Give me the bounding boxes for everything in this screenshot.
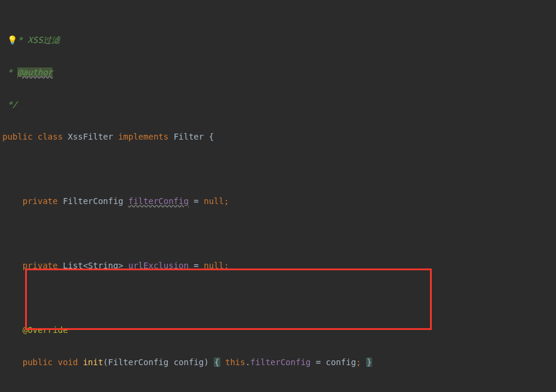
javadoc-author-tag: @author — [17, 67, 53, 77]
code-line — [2, 290, 556, 306]
method-init: init — [83, 357, 103, 367]
brace-highlight: { — [214, 357, 220, 367]
field-urlexclusion: urlExclusion — [128, 261, 189, 270]
annotation-override: @Override — [23, 325, 68, 335]
brace-highlight: } — [366, 357, 372, 367]
field-filterconfig: filterConfig — [128, 196, 189, 206]
code-line: private FilterConfig filterConfig = null… — [2, 193, 556, 209]
code-line — [2, 226, 556, 242]
code-editor[interactable]: 💡* XSS过滤 * @author */ public class XssFi… — [0, 0, 556, 392]
code-line: * @author — [2, 64, 556, 81]
bulb-icon: 💡 — [7, 35, 17, 45]
code-line: public void init(FilterConfig config) { … — [2, 354, 556, 371]
code-line: 💡* XSS过滤 — [2, 32, 556, 48]
code-line: private List<String> urlExclusion = null… — [2, 258, 556, 274]
code-line: public class XssFilter implements Filter… — [2, 129, 556, 145]
doc-comment: * XSS过滤 — [17, 35, 59, 45]
code-line: */ — [2, 97, 556, 113]
code-line — [2, 161, 556, 177]
code-line — [2, 387, 556, 392]
code-line: @Override — [2, 322, 556, 338]
